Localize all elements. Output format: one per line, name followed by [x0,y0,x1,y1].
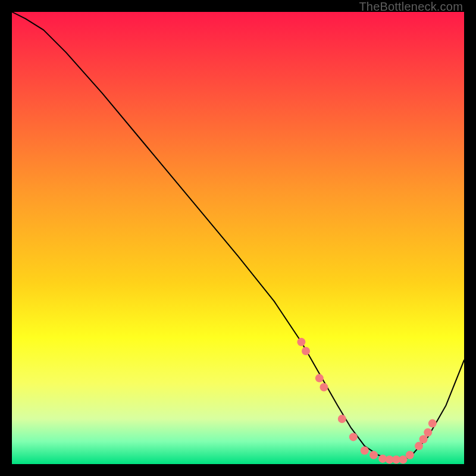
data-point-marker [297,338,305,346]
data-point-marker [399,455,407,464]
watermark-text: TheBottleneck.com [359,0,463,14]
data-point-marker [338,415,346,423]
data-point-marker [419,435,428,443]
data-point-marker [415,442,423,450]
data-point-marker [428,419,437,428]
data-point-marker [302,347,310,355]
data-point-marker [424,428,432,437]
data-point-marker [349,433,358,441]
data-point-marker [369,451,378,459]
data-point-marker [406,451,414,459]
data-point-marker [315,374,324,383]
gradient-background [12,12,464,464]
chart-frame [12,12,464,464]
chart-svg [12,12,464,464]
data-point-marker [320,383,328,392]
data-point-marker [361,446,369,455]
